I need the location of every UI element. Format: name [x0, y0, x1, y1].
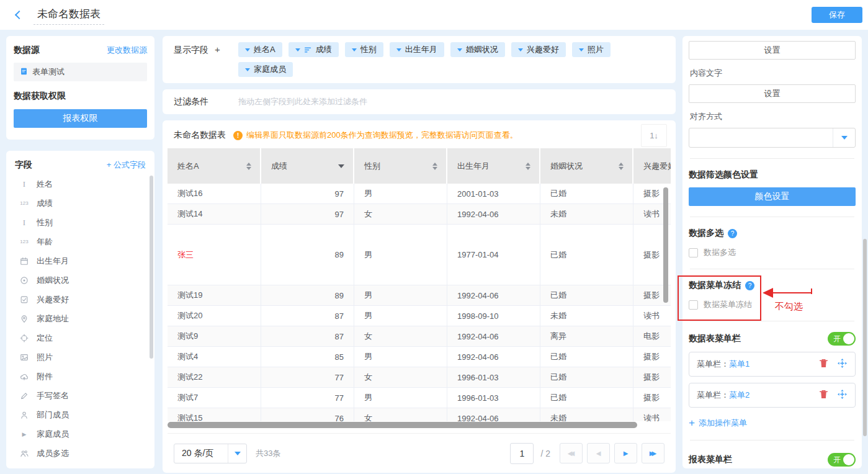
field-item-家庭地址[interactable]: 家庭地址: [6, 309, 154, 328]
h-scrollbar-thumb[interactable]: [168, 422, 637, 428]
field-item-姓名[interactable]: I姓名: [6, 174, 154, 194]
menu-bar-name-link[interactable]: 菜单2: [729, 390, 749, 401]
display-field-chip-婚姻状况[interactable]: 婚姻状况: [450, 42, 505, 57]
field-item-成绩[interactable]: 123成绩: [6, 194, 154, 213]
field-item-兴趣爱好[interactable]: 兴趣爱好: [6, 290, 154, 309]
report-permission-button[interactable]: 报表权限: [14, 109, 147, 128]
display-field-chip-出生年月[interactable]: 出生年月: [390, 42, 444, 57]
page-title[interactable]: 未命名数据表: [34, 6, 104, 25]
color-settings-button[interactable]: 颜色设置: [689, 187, 856, 206]
last-page-button[interactable]: ▶▶: [642, 443, 664, 463]
column-header-兴趣爱好[interactable]: 兴趣爱好: [633, 148, 671, 184]
report-menu-toggle[interactable]: 开: [828, 453, 856, 467]
image-icon: [17, 353, 31, 362]
table-row[interactable]: 测试1497女1992-04-06未婚读书: [168, 204, 671, 225]
menu-bar-name-link[interactable]: 菜单1: [729, 359, 749, 370]
content-settings-button[interactable]: 设置: [689, 84, 856, 103]
field-item-家庭成员[interactable]: ▶家庭成员: [6, 424, 154, 444]
fields-title: 字段: [15, 159, 32, 171]
menu-bar-prefix: 菜单栏：: [697, 359, 729, 370]
table-row[interactable]: 测试987女1992-04-06离异电影: [168, 326, 671, 347]
table-row[interactable]: 测试1576女1992-04-06未婚读书: [168, 408, 671, 421]
table-row[interactable]: 测试2277女1996-01-03已婚摄影: [168, 367, 671, 388]
help-icon[interactable]: ?: [728, 229, 737, 238]
add-menu-link[interactable]: + 添加操作菜单: [689, 417, 747, 429]
window-scrollbar[interactable]: [863, 239, 867, 436]
cell-hobby: 摄影: [633, 388, 671, 408]
column-header-姓名A[interactable]: 姓名A: [168, 148, 261, 184]
column-header-出生年月[interactable]: 出生年月: [447, 148, 540, 184]
add-display-field-button[interactable]: +: [215, 44, 220, 55]
help-icon[interactable]: ?: [745, 281, 754, 290]
cell-name: 测试16: [168, 184, 261, 203]
report-menu-title: 报表菜单栏: [689, 454, 732, 465]
header-settings-button[interactable]: 设置: [689, 41, 856, 60]
field-item-定位[interactable]: 定位: [6, 328, 154, 347]
field-item-年龄[interactable]: 123年龄: [6, 232, 154, 251]
field-item-部门成员[interactable]: 部门成员: [6, 405, 154, 424]
table-menu-toggle[interactable]: 开: [828, 332, 856, 346]
delete-icon[interactable]: [818, 389, 829, 401]
field-item-label: 手写签名: [37, 390, 69, 401]
field-item-成员多选[interactable]: 成员多选: [6, 444, 154, 463]
sort-order-tool[interactable]: 1↓: [641, 124, 667, 147]
fields-scrollbar[interactable]: [150, 176, 153, 359]
checkbox-unchecked[interactable]: [689, 300, 698, 310]
display-field-chip-照片[interactable]: 照片: [572, 42, 611, 57]
move-icon[interactable]: [837, 358, 848, 370]
menu-freeze-checkbox-row[interactable]: 数据菜单冻结: [689, 299, 856, 310]
filter-dropzone[interactable]: 拖动左侧字段到此处来添加过滤条件: [238, 96, 367, 107]
table-row[interactable]: 测试2087男1998-09-10未婚读书: [168, 306, 671, 326]
table-row[interactable]: 张三89男1977-01-04已婚摄影: [168, 225, 671, 285]
next-page-button[interactable]: ▶: [614, 443, 637, 463]
sort-both-icon[interactable]: [432, 163, 437, 170]
back-icon[interactable]: [15, 11, 24, 19]
sort-both-icon[interactable]: [619, 163, 624, 170]
column-header-性别[interactable]: 性别: [354, 148, 447, 184]
display-field-chip-姓名A[interactable]: 姓名A: [238, 42, 282, 57]
checkbox-icon: [17, 295, 31, 304]
field-item-出生年月[interactable]: 出生年月: [6, 251, 154, 271]
column-header-婚姻状况[interactable]: 婚姻状况: [540, 148, 633, 184]
save-button[interactable]: 保存: [812, 7, 862, 23]
table-row[interactable]: 测试485男1992-04-06已婚摄影: [168, 347, 671, 367]
sort-both-icon[interactable]: [246, 163, 251, 170]
table-body: 测试1697男2001-01-03已婚摄影测试1497女1992-04-06未婚…: [168, 184, 671, 421]
table-horizontal-scrollbar[interactable]: [168, 422, 671, 429]
table-row[interactable]: 测试1697男2001-01-03已婚摄影: [168, 184, 671, 204]
field-item-手写签名[interactable]: 手写签名: [6, 386, 154, 405]
column-header-成绩[interactable]: 成绩: [261, 148, 354, 184]
display-field-chip-成绩[interactable]: 成绩: [289, 42, 339, 57]
table-row[interactable]: 测试777男1996-01-03已婚摄影: [168, 388, 671, 408]
cell-name: 张三: [168, 225, 261, 285]
field-item-婚姻状况[interactable]: 婚姻状况: [6, 271, 154, 290]
number-icon: 123: [17, 200, 31, 206]
cell-score: 97: [261, 204, 354, 224]
table-vertical-scrollbar[interactable]: [663, 187, 668, 303]
table-row[interactable]: 测试1989男1992-04-06已婚摄影: [168, 285, 671, 306]
chevron-down-icon: [457, 48, 462, 51]
add-formula-field-link[interactable]: + 公式字段: [107, 159, 146, 171]
delete-icon[interactable]: [818, 358, 829, 370]
prev-page-button[interactable]: ◀: [587, 443, 610, 463]
display-field-chip-性别[interactable]: 性别: [345, 42, 383, 57]
multi-select-checkbox-row[interactable]: 数据多选: [689, 247, 856, 258]
move-icon[interactable]: [837, 389, 848, 401]
change-datasource-link[interactable]: 更改数据源: [107, 45, 147, 56]
page-size-select[interactable]: 20 条/页: [174, 444, 247, 463]
datasource-item[interactable]: 表单测试: [14, 63, 147, 81]
annotation-arrow-icon: [763, 288, 773, 298]
sort-desc-active-icon[interactable]: [338, 164, 344, 168]
page-number-input[interactable]: [510, 443, 534, 464]
align-select[interactable]: [689, 128, 856, 148]
field-item-照片[interactable]: 照片: [6, 347, 154, 367]
checkbox-unchecked[interactable]: [689, 248, 698, 257]
field-item-性别[interactable]: I性别: [6, 213, 154, 232]
sort-both-icon[interactable]: [526, 163, 530, 170]
field-item-附件[interactable]: 附件: [6, 367, 154, 386]
field-item-label: 兴趣爱好: [37, 294, 69, 305]
display-field-chip-兴趣爱好[interactable]: 兴趣爱好: [511, 42, 566, 57]
data-permission-title: 数据获取权限: [14, 91, 147, 102]
display-field-chip-家庭成员[interactable]: 家庭成员: [238, 62, 293, 77]
first-page-button[interactable]: ◀◀: [560, 443, 583, 463]
